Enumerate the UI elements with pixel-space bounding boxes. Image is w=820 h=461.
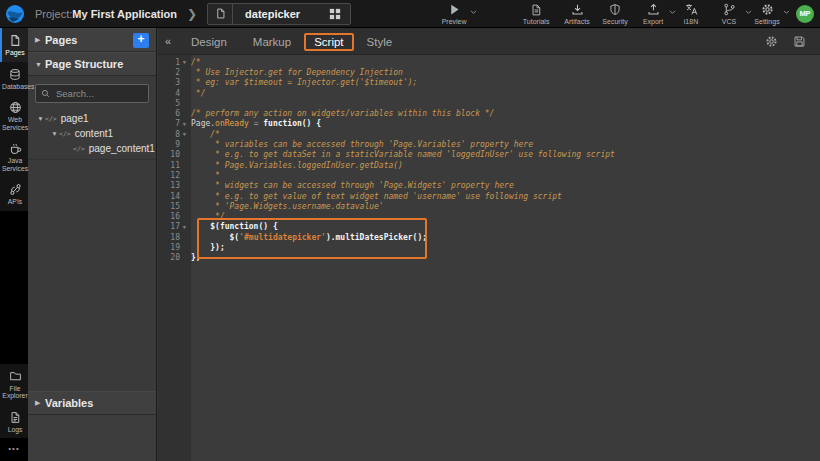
line-number: 20	[158, 253, 180, 262]
upload-icon	[647, 3, 660, 17]
search-icon	[41, 89, 50, 98]
line-number: 15	[158, 202, 180, 211]
export-button[interactable]: Export	[638, 3, 668, 25]
code-line: 13 * widgets can be accessed through 'Pa…	[158, 181, 820, 191]
line-number: 10	[158, 150, 180, 159]
rail-item-databases[interactable]: Databases	[0, 62, 28, 96]
rail-item-file-explorer[interactable]: File Explorer	[0, 364, 28, 405]
rail-top-group: PagesDatabasesWeb ServicesJava ServicesA…	[0, 28, 28, 211]
script-code-editor[interactable]: 1▼/*2 * Use Injector.get for Dependency …	[158, 55, 820, 461]
settings-gear-icon[interactable]	[765, 35, 778, 48]
chevron-down-icon[interactable]	[669, 10, 676, 15]
chevron-down-icon[interactable]	[783, 10, 790, 15]
line-number: 9	[158, 140, 180, 149]
database-icon	[9, 68, 21, 81]
more-options-button[interactable]: •••	[0, 438, 28, 461]
search-input[interactable]	[54, 87, 143, 100]
grid-icon[interactable]	[324, 4, 346, 24]
vcs-button[interactable]: VCS	[714, 3, 744, 25]
fold-marker-icon[interactable]: ▼	[180, 224, 189, 230]
caret-down-icon[interactable]: ▼	[50, 130, 59, 137]
code-text: };	[189, 253, 201, 262]
code-lines: 1▼/*2 * Use Injector.get for Dependency …	[158, 57, 820, 263]
code-line: 17▼ $(function() {	[158, 222, 820, 232]
code-line: 16 */	[158, 211, 820, 221]
fold-marker-icon[interactable]: ▼	[180, 121, 189, 127]
tab-design[interactable]: Design	[178, 31, 240, 53]
rail-item-label: Java Services	[2, 157, 28, 172]
tutorials-icon	[530, 3, 542, 17]
tree-item-page_content1[interactable]: </>page_content1	[28, 141, 156, 156]
page-structure-section-header[interactable]: ▼ Page Structure	[28, 52, 156, 76]
i18n-button[interactable]: i18N	[676, 3, 706, 25]
fold-marker-icon[interactable]: ▼	[180, 59, 189, 65]
code-text: * eg: var $timeout = Injector.get('$time…	[189, 78, 417, 87]
download-icon	[571, 3, 584, 17]
tree-item-label: page1	[61, 113, 89, 124]
line-number: 7	[158, 119, 180, 128]
rail-item-java-services[interactable]: Java Services	[0, 136, 28, 177]
code-text: /* perform any action on widgets/variabl…	[189, 109, 494, 118]
editor-tools	[765, 35, 820, 48]
code-line: 11 * Page.Variables.loggedInUser.getData…	[158, 160, 820, 170]
action-label: Security	[602, 18, 627, 25]
code-line: 5	[158, 98, 820, 108]
page-icon	[9, 34, 21, 47]
tab-markup[interactable]: Markup	[240, 31, 304, 53]
rail-item-pages[interactable]: Pages	[0, 28, 28, 62]
tree-item-page1[interactable]: ▼</>page1	[28, 111, 156, 126]
line-number: 17	[158, 222, 180, 231]
coffee-icon	[9, 142, 22, 155]
artifacts-button[interactable]: Artifacts	[562, 3, 592, 25]
security-button[interactable]: Security	[600, 3, 630, 25]
tab-script[interactable]: Script	[304, 33, 353, 51]
settings-button[interactable]: Settings	[752, 3, 782, 25]
user-avatar[interactable]: MP	[796, 5, 814, 23]
wavemaker-logo-icon[interactable]	[5, 4, 25, 24]
page-tab-label: datepicker	[233, 8, 324, 20]
code-text: * e.g. to get value of text widget named…	[189, 192, 562, 201]
save-icon[interactable]	[793, 35, 806, 48]
plug-icon	[9, 183, 22, 196]
project-breadcrumb[interactable]: Project:My First Application	[35, 8, 177, 20]
preview-button[interactable]: Preview	[439, 3, 469, 25]
left-icon-rail: PagesDatabasesWeb ServicesJava ServicesA…	[0, 28, 28, 461]
preview-label: Preview	[442, 18, 467, 25]
code-text: $('#multidatepicker').multiDatesPicker()…	[189, 233, 427, 242]
add-page-button[interactable]: +	[133, 33, 149, 48]
line-number: 6	[158, 109, 180, 118]
chevron-down-icon[interactable]	[470, 10, 477, 15]
tree-item-label: page_content1	[89, 143, 155, 154]
branch-icon	[723, 3, 736, 17]
code-line: 20};	[158, 253, 820, 263]
action-label: Settings	[754, 18, 779, 25]
topbar-actions: ArtifactsSecurityExporti18NVCSSettingsMP	[562, 3, 820, 25]
code-line: 2 * Use Injector.get for Dependency Inje…	[158, 67, 820, 77]
action-label: Export	[643, 18, 663, 25]
rail-item-logs[interactable]: Logs	[0, 405, 28, 439]
variables-title: Variables	[45, 397, 93, 409]
code-text: * e.g. to get dataSet in a staticVariabl…	[189, 150, 615, 159]
pages-section-header[interactable]: ▶ Pages +	[28, 28, 156, 52]
code-text: */	[189, 212, 225, 221]
collapse-panel-button[interactable]: «	[160, 35, 176, 47]
tab-style[interactable]: Style	[354, 31, 406, 53]
variables-section-header[interactable]: ▶ Variables	[28, 391, 156, 415]
page-tab-datepicker[interactable]: datepicker	[207, 3, 351, 25]
code-line: 12 *	[158, 170, 820, 180]
code-line: 8▼ /*	[158, 129, 820, 139]
rail-item-web-services[interactable]: Web Services	[0, 95, 28, 136]
page-structure-title: Page Structure	[45, 58, 123, 70]
fold-marker-icon[interactable]: ▼	[180, 131, 189, 137]
widget-tree: ▼</>page1▼</>content1</>page_content1	[28, 111, 156, 160]
chevron-down-icon[interactable]	[745, 10, 752, 15]
rail-item-label: Databases	[2, 83, 28, 91]
tree-item-content1[interactable]: ▼</>content1	[28, 126, 156, 141]
caret-down-icon[interactable]: ▼	[36, 115, 45, 122]
code-line: 4 */	[158, 88, 820, 98]
rail-item-apis[interactable]: APIs	[0, 177, 28, 211]
action-label: i18N	[684, 18, 698, 25]
code-line: 18 $('#multidatepicker').multiDatesPicke…	[158, 232, 820, 242]
code-text: * 'Page.Widgets.username.datavalue'	[189, 202, 384, 211]
tutorials-button[interactable]: Tutorials	[521, 3, 551, 25]
